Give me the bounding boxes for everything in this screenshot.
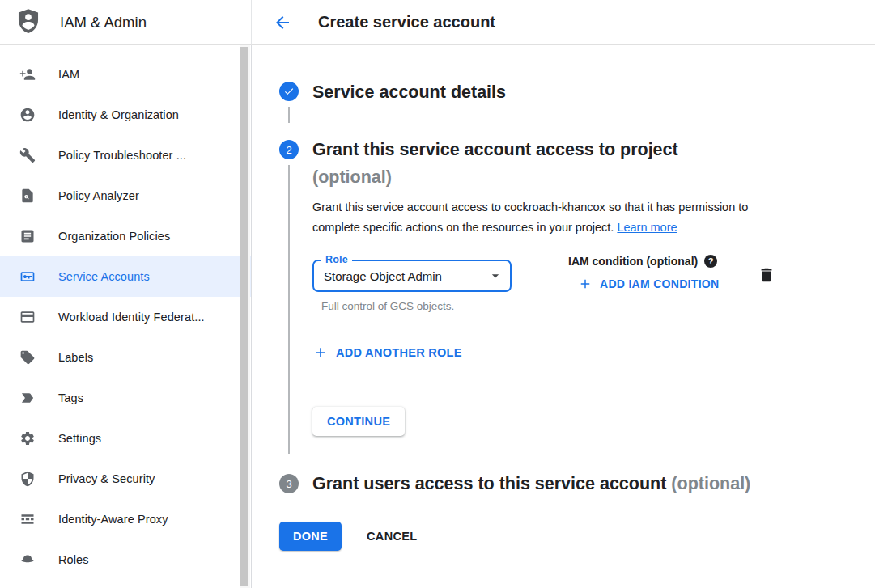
sidebar-item-identity-organization[interactable]: Identity & Organization [0,95,251,135]
form-actions: DONE CANCEL [279,522,851,551]
sidebar-item-workload-identity-federation[interactable]: Workload Identity Federat... [0,297,251,337]
account-circle-icon [19,107,36,123]
add-another-role-button[interactable]: ADD ANOTHER ROLE [312,345,851,361]
create-service-account-form: Service account details 2 Grant this ser… [252,45,875,588]
step2-rail: 2 [279,136,299,454]
role-select[interactable]: Role Storage Object Admin [312,260,512,292]
role-row: Role Storage Object Admin Full control o… [312,260,851,312]
sidebar-item-label: Tags [58,391,83,404]
iam-condition-label: IAM condition (optional) [568,255,698,268]
step2-title-block: Grant this service account access to pro… [312,136,851,191]
person-add-icon [19,66,36,82]
step1-title: Service account details [312,82,851,103]
sidebar-scrollbar-thumb[interactable] [240,47,248,586]
add-iam-condition-button[interactable]: ADD IAM CONDITION [578,277,719,291]
role-field-label: Role [321,254,352,265]
wrench-icon [19,147,36,163]
step1-completed-check-icon [279,82,299,101]
step-grant-users-access: 3 Grant users access to this service acc… [279,473,851,494]
learn-more-link[interactable]: Learn more [617,221,677,234]
shield-half-icon [19,471,36,487]
step1-rail [279,82,299,123]
step3-optional-label: (optional) [671,474,750,493]
document-search-icon [19,188,36,204]
done-button[interactable]: DONE [279,522,342,551]
sidebar-item-label: Policy Troubleshooter ... [58,149,186,162]
description-text: Grant this service account access to coc… [312,201,748,234]
iam-admin-sidebar: IAM Identity & Organization Policy Troub… [0,45,252,588]
sidebar-item-service-accounts[interactable]: Service Accounts [0,256,251,297]
sidebar-item-organization-policies[interactable]: Organization Policies [0,216,251,256]
sidebar-item-label: Identity & Organization [58,108,179,121]
iam-condition-column: IAM condition (optional) ? ADD IAM CONDI… [568,255,719,291]
sidebar-item-settings[interactable]: Settings [0,418,251,459]
sidebar-item-label: Roles [58,553,89,566]
card-icon [19,309,36,325]
plus-icon [578,277,593,291]
sidebar-item-labels[interactable]: Labels [0,337,251,378]
top-bar: IAM & Admin Create service account [0,0,875,45]
add-another-role-label: ADD ANOTHER ROLE [336,346,462,359]
back-arrow-icon[interactable] [273,13,292,32]
step2-description: Grant this service account access to coc… [312,197,795,238]
step3-title-block: Grant users access to this service accou… [312,473,750,494]
role-helper-text: Full control of GCS objects. [312,300,515,312]
sidebar-item-identity-aware-proxy[interactable]: Identity-Aware Proxy [0,499,251,539]
trash-icon [758,266,775,284]
service-account-badge-icon [19,269,36,285]
step2-number-badge: 2 [279,140,299,159]
step-connector-line [288,165,290,454]
step-service-account-details: Service account details [279,82,851,123]
cancel-button[interactable]: CANCEL [367,530,417,543]
grid-rows-icon [19,511,36,527]
sidebar-item-policy-troubleshooter[interactable]: Policy Troubleshooter ... [0,135,251,176]
hat-icon [19,552,36,568]
help-icon[interactable]: ? [704,255,717,268]
sidebar-item-policy-analyzer[interactable]: Policy Analyzer [0,176,251,216]
page-header: Create service account [252,0,875,45]
step2-optional-label: (optional) [312,167,392,187]
sidebar-item-label: Organization Policies [58,230,170,243]
iam-shield-logo-icon [15,7,42,38]
plus-icon [312,345,329,361]
step3-number-badge: 3 [279,474,299,493]
sidebar-item-label: Policy Analyzer [58,189,139,202]
step3-title: Grant users access to this service accou… [312,474,666,493]
step2-title: Grant this service account access to pro… [312,140,678,159]
sidebar-item-label: Privacy & Security [58,472,155,485]
sidebar-item-label: Service Accounts [58,270,150,283]
continue-button[interactable]: CONTINUE [312,407,405,436]
article-icon [19,228,36,244]
step-grant-access-to-project: 2 Grant this service account access to p… [279,136,851,454]
sidebar-item-iam[interactable]: IAM [0,54,251,95]
delete-role-button[interactable] [758,266,775,286]
sidebar-item-tags[interactable]: Tags [0,378,251,418]
gear-icon [19,430,36,446]
page-title: Create service account [318,13,495,32]
sidebar-item-label: Settings [58,432,101,445]
sidebar-item-label: IAM [58,68,79,81]
sidebar-item-roles[interactable]: Roles [0,539,251,580]
add-iam-condition-label: ADD IAM CONDITION [600,277,719,290]
product-header: IAM & Admin [0,0,252,45]
sidebar-item-privacy-security[interactable]: Privacy & Security [0,459,251,499]
sidebar-item-label: Labels [58,351,93,364]
chevron-down-icon [487,268,503,284]
step3-rail: 3 [279,474,299,493]
label-arrow-icon [19,390,36,406]
sidebar-item-label: Workload Identity Federat... [58,311,205,324]
product-title: IAM & Admin [60,14,147,32]
tag-icon [19,349,36,366]
role-selected-value: Storage Object Admin [324,269,487,283]
sidebar-item-label: Identity-Aware Proxy [58,513,168,526]
step-connector-line [288,107,290,123]
